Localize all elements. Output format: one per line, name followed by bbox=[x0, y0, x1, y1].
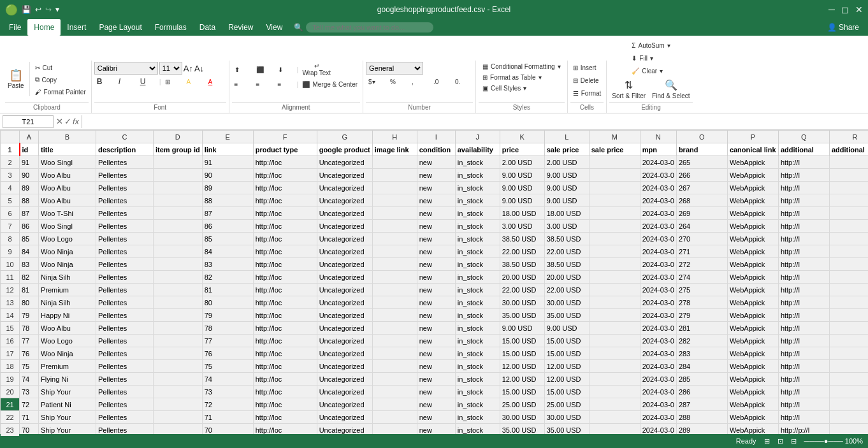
cell-15-17[interactable]: http://l bbox=[778, 322, 829, 335]
cell-3-18[interactable] bbox=[829, 169, 868, 182]
cell-19-7[interactable]: Uncategorized bbox=[317, 373, 372, 386]
cell-7-2[interactable]: Woo Singl bbox=[39, 220, 96, 233]
conditional-formatting-button[interactable]: ▦ Conditional Formatting ▾ bbox=[479, 62, 565, 71]
cell-16-16[interactable]: WebAppick bbox=[727, 335, 778, 347]
comma-button[interactable]: , bbox=[409, 76, 430, 87]
cell-16-12[interactable]: 15.00 USD bbox=[544, 335, 589, 347]
cell-15-15[interactable]: 281 bbox=[676, 322, 727, 335]
cell-11-8[interactable] bbox=[372, 271, 417, 284]
cell-22-15[interactable]: 288 bbox=[676, 411, 727, 424]
menu-review[interactable]: Review bbox=[222, 19, 259, 36]
cell-11-15[interactable]: 274 bbox=[676, 271, 727, 284]
cell-19-11[interactable]: 12.00 USD bbox=[500, 373, 544, 386]
cell-11-1[interactable]: 82 bbox=[20, 271, 39, 284]
cell-10-16[interactable]: WebAppick bbox=[727, 258, 778, 271]
cell-12-8[interactable] bbox=[372, 284, 417, 296]
cell-5-10[interactable]: in_stock bbox=[455, 194, 500, 207]
cell-17-13[interactable] bbox=[589, 347, 640, 360]
cell-11-3[interactable]: Pellentes bbox=[96, 271, 154, 284]
cell-10-15[interactable]: 272 bbox=[676, 258, 727, 271]
cell-11-4[interactable] bbox=[154, 271, 203, 284]
cell-9-16[interactable]: WebAppick bbox=[727, 245, 778, 258]
cell-19-4[interactable] bbox=[154, 373, 203, 386]
increase-decimal-button[interactable]: .0 bbox=[431, 76, 451, 87]
header-cell-12[interactable]: sale price bbox=[544, 143, 589, 156]
cell-17-6[interactable]: http://loc bbox=[253, 347, 317, 360]
cell-22-10[interactable]: in_stock bbox=[455, 411, 500, 424]
header-cell-11[interactable]: price bbox=[500, 143, 544, 156]
menu-page-layout[interactable]: Page Layout bbox=[92, 19, 148, 36]
cell-8-12[interactable]: 38.50 USD bbox=[544, 233, 589, 245]
cell-11-13[interactable] bbox=[589, 271, 640, 284]
cell-22-6[interactable]: http://loc bbox=[253, 411, 317, 424]
cell-7-16[interactable]: WebAppick bbox=[727, 220, 778, 233]
cell-4-6[interactable]: http://loc bbox=[253, 182, 317, 194]
cell-7-14[interactable]: 2024-03-0 bbox=[640, 220, 676, 233]
cell-17-12[interactable]: 15.00 USD bbox=[544, 347, 589, 360]
cell-8-17[interactable]: http://l bbox=[778, 233, 829, 245]
cell-17-8[interactable] bbox=[372, 347, 417, 360]
cell-14-17[interactable]: http://l bbox=[778, 309, 829, 322]
cell-16-7[interactable]: Uncategorized bbox=[317, 335, 372, 347]
cut-button[interactable]: ✂ Cut bbox=[33, 62, 89, 73]
header-cell-1[interactable]: id bbox=[20, 143, 39, 156]
cell-20-11[interactable]: 15.00 USD bbox=[500, 386, 544, 398]
cell-8-18[interactable] bbox=[829, 233, 868, 245]
cell-13-16[interactable]: WebAppick bbox=[727, 296, 778, 309]
cell-5-15[interactable]: 268 bbox=[676, 194, 727, 207]
cell-10-5[interactable]: 83 bbox=[202, 258, 253, 271]
header-cell-5[interactable]: link bbox=[202, 143, 253, 156]
cell-5-1[interactable]: 88 bbox=[20, 194, 39, 207]
header-cell-4[interactable]: item group id bbox=[154, 143, 203, 156]
row-header-1[interactable]: 1 bbox=[1, 143, 20, 156]
cell-6-11[interactable]: 18.00 USD bbox=[500, 207, 544, 220]
cell-6-6[interactable]: http://loc bbox=[253, 207, 317, 220]
decrease-font-icon[interactable]: A↓ bbox=[194, 64, 204, 73]
cell-4-4[interactable] bbox=[154, 182, 203, 194]
share-button[interactable]: 👤 Share bbox=[821, 19, 865, 36]
number-format-selector[interactable]: General bbox=[366, 62, 423, 75]
cell-14-1[interactable]: 79 bbox=[20, 309, 39, 322]
col-header-J[interactable]: J bbox=[455, 131, 500, 143]
col-header-D[interactable]: D bbox=[154, 131, 203, 143]
cell-5-16[interactable]: WebAppick bbox=[727, 194, 778, 207]
cell-9-14[interactable]: 2024-03-0 bbox=[640, 245, 676, 258]
cell-20-17[interactable]: http://l bbox=[778, 386, 829, 398]
cell-3-9[interactable]: new bbox=[417, 169, 455, 182]
cell-7-10[interactable]: in_stock bbox=[455, 220, 500, 233]
row-header-16[interactable]: 16 bbox=[1, 335, 20, 347]
cell-19-9[interactable]: new bbox=[417, 373, 455, 386]
cell-2-3[interactable]: Pellentes bbox=[96, 156, 154, 169]
cell-12-14[interactable]: 2024-03-0 bbox=[640, 284, 676, 296]
cell-19-14[interactable]: 2024-03-0 bbox=[640, 373, 676, 386]
cell-6-13[interactable] bbox=[589, 207, 640, 220]
cell-21-5[interactable]: 72 bbox=[202, 398, 253, 411]
cell-18-8[interactable] bbox=[372, 360, 417, 373]
cell-15-11[interactable]: 9.00 USD bbox=[500, 322, 544, 335]
cell-14-2[interactable]: Happy Ni bbox=[39, 309, 96, 322]
cell-10-3[interactable]: Pellentes bbox=[96, 258, 154, 271]
cell-22-5[interactable]: 71 bbox=[202, 411, 253, 424]
find-select-button[interactable]: 🔍 Find & Select bbox=[649, 78, 692, 101]
cell-21-4[interactable] bbox=[154, 398, 203, 411]
cell-14-6[interactable]: http://loc bbox=[253, 309, 317, 322]
cell-21-10[interactable]: in_stock bbox=[455, 398, 500, 411]
bold-button[interactable]: B bbox=[94, 76, 115, 87]
cell-6-18[interactable] bbox=[829, 207, 868, 220]
cell-11-18[interactable] bbox=[829, 271, 868, 284]
cell-16-18[interactable] bbox=[829, 335, 868, 347]
cell-8-7[interactable]: Uncategorized bbox=[317, 233, 372, 245]
cell-5-9[interactable]: new bbox=[417, 194, 455, 207]
cell-20-9[interactable]: new bbox=[417, 386, 455, 398]
cell-21-18[interactable] bbox=[829, 398, 868, 411]
cell-5-17[interactable]: http://l bbox=[778, 194, 829, 207]
cell-13-17[interactable]: http://l bbox=[778, 296, 829, 309]
delete-button[interactable]: ⊟ Delete bbox=[570, 75, 602, 86]
cell-22-8[interactable] bbox=[372, 411, 417, 424]
cell-13-2[interactable]: Ninja Silh bbox=[39, 296, 96, 309]
cell-21-12[interactable]: 25.00 USD bbox=[544, 398, 589, 411]
cell-11-5[interactable]: 82 bbox=[202, 271, 253, 284]
cell-14-16[interactable]: WebAppick bbox=[727, 309, 778, 322]
cell-22-18[interactable] bbox=[829, 411, 868, 424]
cell-7-18[interactable] bbox=[829, 220, 868, 233]
